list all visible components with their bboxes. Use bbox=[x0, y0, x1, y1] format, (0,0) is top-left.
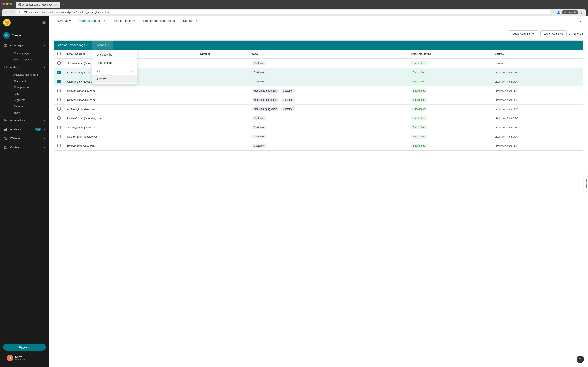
sidebar-item-automations[interactable]: Automations ▼ bbox=[0, 116, 49, 125]
minimize-window-btn[interactable] bbox=[6, 3, 9, 5]
row-7-email: HumanSpider@moodjoy.com › bbox=[64, 114, 197, 123]
row-2-email-marketing: Subscribed bbox=[408, 68, 492, 77]
nav-item-subscriber-preferences[interactable]: Subscriber preferences bbox=[139, 16, 179, 26]
row-8-checkbox[interactable] bbox=[57, 125, 61, 129]
toggle-columns-btn[interactable]: Toggle Columns ▼ bbox=[508, 30, 538, 37]
row-2-checkbox[interactable]: ✓ bbox=[57, 71, 61, 74]
active-tab[interactable]: 🐒 All subscribers of Mood Joy | ✕ bbox=[16, 2, 60, 8]
sidebar: 🐒 ▣ ✏ Create Campaigns ▲ All campaigns E… bbox=[0, 16, 49, 367]
help-button[interactable]: ? bbox=[577, 356, 584, 363]
sidebar-item-all-campaigns[interactable]: All campaigns bbox=[10, 50, 49, 56]
row-5-expand[interactable]: › bbox=[95, 99, 96, 101]
dropdown-item-vip[interactable]: VIP › bbox=[93, 67, 137, 75]
select-all-checkbox[interactable] bbox=[57, 52, 61, 55]
pagination-info: 1 – 16 of 16 bbox=[569, 32, 583, 35]
upgrade-button[interactable]: Upgrade bbox=[3, 343, 46, 351]
sidebar-item-campaigns[interactable]: Campaigns ▲ bbox=[0, 41, 49, 50]
row-8-source: List Import from CSV bbox=[492, 123, 583, 132]
forward-btn[interactable]: › bbox=[8, 10, 9, 14]
dropdown-item-unsubscribe[interactable]: Unsubscribe bbox=[93, 50, 137, 59]
row-6-number bbox=[197, 105, 249, 114]
row-10-email: Batman@moodjoy.com › bbox=[64, 141, 197, 150]
row-3-checkbox[interactable]: ✓ bbox=[57, 80, 61, 83]
sidebar-item-signup-forms[interactable]: Signup forms bbox=[10, 84, 49, 91]
row-7-expand[interactable]: › bbox=[103, 117, 103, 120]
sidebar-toggle-btn[interactable]: ▣ bbox=[42, 20, 46, 25]
row-4-select bbox=[54, 86, 64, 95]
row-4-expand[interactable]: › bbox=[95, 90, 96, 92]
dropdown-item-resubscribe[interactable]: Resubscribe bbox=[93, 59, 137, 67]
settings-label: Settings bbox=[183, 19, 194, 22]
row-8-email: Spider@moodjoy.com › bbox=[64, 123, 197, 132]
actions-label: Actions bbox=[96, 43, 106, 47]
search-btn[interactable] bbox=[576, 17, 583, 25]
manage-contacts-arrow: ▼ bbox=[104, 20, 106, 22]
create-label: Create bbox=[12, 34, 21, 37]
nav-item-manage-contacts[interactable]: Manage contacts ▼ bbox=[75, 16, 110, 26]
add-remove-tags-btn[interactable]: Add or Remove Tags ▼ bbox=[54, 41, 92, 50]
menu-btn[interactable]: ⋮ bbox=[580, 10, 583, 14]
create-btn[interactable]: ✏ Create bbox=[0, 30, 49, 41]
row-8-expand[interactable]: › bbox=[94, 126, 95, 129]
tab-menu-btn[interactable]: ≡ bbox=[581, 3, 582, 6]
actions-dropdown-menu: Unsubscribe Resubscribe VIP › Archive bbox=[92, 50, 137, 84]
nav-bar: Overview Manage contacts ▼ Add contacts … bbox=[49, 16, 588, 26]
email-sort-icon[interactable]: ▼ bbox=[86, 53, 88, 55]
sidebar-item-audience-dashboard[interactable]: Audience dashboard bbox=[10, 72, 49, 78]
user-profile[interactable]: D Daisy Mood Joy bbox=[3, 352, 46, 364]
nav-item-add-contacts[interactable]: Add contacts ▼ bbox=[110, 16, 139, 26]
actions-btn[interactable]: Actions ▼ bbox=[92, 41, 113, 50]
row-6-expand[interactable]: › bbox=[95, 108, 96, 111]
nav-item-settings[interactable]: Settings ▼ bbox=[179, 16, 201, 26]
row-7-checkbox[interactable] bbox=[57, 117, 61, 120]
tag-medium-engagement: Medium Engagement bbox=[252, 89, 279, 92]
vip-label: VIP bbox=[96, 69, 101, 73]
actions-arrow: ▼ bbox=[107, 44, 109, 46]
row-10-tags: Customer bbox=[249, 141, 407, 150]
row-10-checkbox[interactable] bbox=[57, 144, 61, 147]
sidebar-item-audience[interactable]: Audience ▲ bbox=[0, 63, 49, 72]
row-5-checkbox[interactable] bbox=[57, 98, 61, 101]
sidebar-item-website[interactable]: Website ▼ bbox=[0, 134, 49, 143]
row-9-checkbox[interactable] bbox=[57, 135, 61, 138]
row-6-checkbox[interactable] bbox=[57, 107, 61, 110]
row-1-checkbox[interactable] bbox=[57, 61, 61, 65]
sidebar-item-all-contacts[interactable]: All contacts bbox=[10, 78, 49, 84]
reload-btn[interactable]: ↻ bbox=[11, 11, 14, 14]
row-5-tags: Medium Engagement Customer bbox=[249, 95, 407, 105]
tab-close-btn[interactable]: ✕ bbox=[55, 3, 57, 6]
maximize-window-btn[interactable] bbox=[10, 3, 12, 5]
sidebar-item-surveys[interactable]: Surveys bbox=[10, 103, 49, 109]
table-row: Spiderman@moodjoy.com › Customer Subscri… bbox=[54, 132, 583, 141]
campaigns-subitems: All campaigns Email templates bbox=[0, 50, 49, 63]
svg-rect-6 bbox=[6, 128, 7, 131]
bookmark-icon[interactable]: ☆ bbox=[553, 11, 555, 14]
close-window-btn[interactable] bbox=[2, 3, 5, 5]
vip-submenu-arrow: › bbox=[132, 69, 133, 73]
dropdown-item-archive[interactable]: Archive bbox=[93, 75, 137, 83]
sidebar-item-analytics[interactable]: Analytics New ▼ bbox=[0, 125, 49, 134]
row-7-email-marketing: Subscribed bbox=[408, 114, 492, 123]
address-bar[interactable]: 🔒 us21.admin.mailchimp.com/lists/members… bbox=[16, 10, 551, 15]
row-10-expand[interactable]: › bbox=[95, 145, 96, 147]
new-tab-btn[interactable]: + bbox=[62, 2, 66, 8]
sidebar-item-inbox[interactable]: Inbox bbox=[10, 109, 49, 116]
row-9-expand[interactable]: › bbox=[99, 135, 100, 138]
nav-item-overview[interactable]: Overview bbox=[54, 16, 75, 26]
feedback-tab[interactable]: Feedback bbox=[584, 176, 588, 191]
tag-customer: Customer bbox=[252, 71, 267, 74]
profile-icon[interactable]: 👤 bbox=[557, 11, 560, 14]
sidebar-item-segments[interactable]: Segments bbox=[10, 97, 49, 103]
back-btn[interactable]: ‹ bbox=[5, 10, 6, 14]
sidebar-item-content[interactable]: Content ▼ bbox=[0, 143, 49, 152]
sidebar-item-email-templates[interactable]: Email templates bbox=[10, 56, 49, 63]
sidebar-bottom: Upgrade D Daisy Mood Joy bbox=[0, 340, 49, 367]
sidebar-top: 🐒 ▣ bbox=[0, 16, 49, 30]
row-7-source: List Import from CSV bbox=[492, 114, 583, 123]
sidebar-item-tags[interactable]: Tags bbox=[10, 91, 49, 97]
row-5-select bbox=[54, 95, 64, 105]
export-audience-btn[interactable]: Export Audience bbox=[540, 30, 567, 37]
row-4-source: List Import from CSV bbox=[492, 86, 583, 95]
subscribed-badge: Subscribed bbox=[411, 61, 427, 65]
row-4-checkbox[interactable] bbox=[57, 89, 61, 92]
